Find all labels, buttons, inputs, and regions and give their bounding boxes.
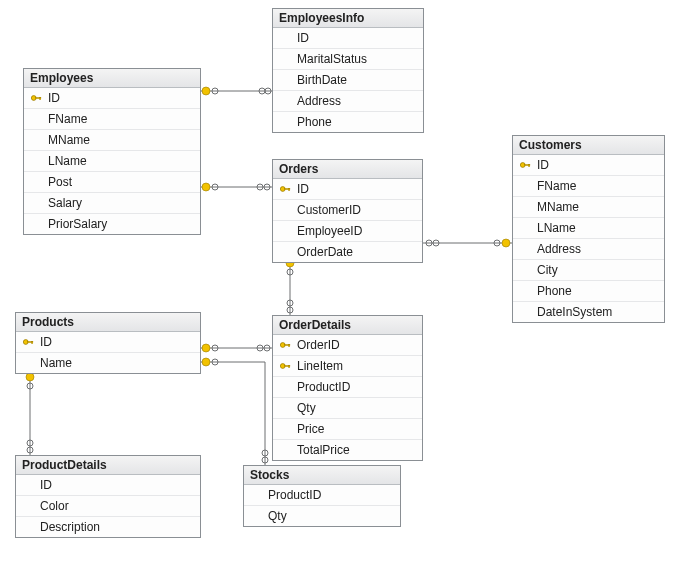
entity-fields: IDName [16, 332, 200, 373]
field-name: Salary [44, 196, 82, 210]
field-name: Description [36, 520, 100, 534]
field-row[interactable]: MName [513, 197, 664, 218]
svg-rect-39 [529, 164, 530, 166]
field-name: PriorSalary [44, 217, 107, 231]
entity-fields: IDCustomerIDEmployeeIDOrderDate [273, 179, 422, 262]
field-row[interactable]: Price [273, 419, 422, 440]
field-row[interactable]: City [513, 260, 664, 281]
key-icon [277, 183, 293, 195]
field-row[interactable]: PriorSalary [24, 214, 200, 234]
entity-customers[interactable]: Customers IDFNameMNameLNameAddressCityPh… [512, 135, 665, 323]
field-row[interactable]: FName [513, 176, 664, 197]
entity-products[interactable]: Products IDName [15, 312, 201, 374]
field-name: Phone [533, 284, 572, 298]
svg-rect-45 [32, 341, 33, 343]
entity-title[interactable]: Employees [24, 69, 200, 88]
svg-rect-48 [289, 344, 290, 346]
field-row[interactable]: BirthDate [273, 70, 423, 91]
rel-orders-orderdetails [286, 258, 294, 315]
field-name: Post [44, 175, 72, 189]
field-name: Color [36, 499, 69, 513]
field-row[interactable]: ProductID [273, 377, 422, 398]
field-row[interactable]: DateInSystem [513, 302, 664, 322]
field-row[interactable]: CustomerID [273, 200, 422, 221]
entity-fields: IDMaritalStatusBirthDateAddressPhone [273, 28, 423, 132]
svg-point-9 [264, 184, 270, 190]
field-row[interactable]: Description [16, 517, 200, 537]
field-row[interactable]: ID [16, 332, 200, 353]
field-row[interactable]: MaritalStatus [273, 49, 423, 70]
entity-title[interactable]: Stocks [244, 466, 400, 485]
field-row[interactable]: LName [513, 218, 664, 239]
entity-orders[interactable]: Orders IDCustomerIDEmployeeIDOrderDate [272, 159, 423, 263]
field-row[interactable]: Address [513, 239, 664, 260]
svg-point-24 [264, 345, 270, 351]
svg-point-14 [494, 240, 500, 246]
field-row[interactable]: ProductID [244, 485, 400, 506]
field-row[interactable]: OrderDate [273, 242, 422, 262]
svg-point-1 [202, 87, 210, 95]
field-row[interactable]: Phone [273, 112, 423, 132]
rel-employees-orders [201, 183, 272, 191]
svg-point-28 [27, 440, 33, 446]
field-row[interactable]: Post [24, 172, 200, 193]
entity-title[interactable]: OrderDetails [273, 316, 422, 335]
field-row[interactable]: TotalPrice [273, 440, 422, 460]
svg-point-13 [502, 239, 510, 247]
field-name: MName [533, 200, 579, 214]
entity-title[interactable]: EmployeesInfo [273, 9, 423, 28]
field-row[interactable]: FName [24, 109, 200, 130]
entity-fields: ProductIDQty [244, 485, 400, 526]
field-row[interactable]: ID [16, 475, 200, 496]
diagram-canvas: Employees IDFNameMNameLNamePostSalaryPri… [0, 0, 691, 562]
svg-point-30 [202, 358, 210, 366]
rel-orders-customers [423, 239, 512, 247]
field-row[interactable]: ID [24, 88, 200, 109]
field-row[interactable]: ID [273, 28, 423, 49]
entity-employees[interactable]: Employees IDFNameMNameLNamePostSalaryPri… [23, 68, 201, 235]
field-name: ProductID [264, 488, 321, 502]
field-row[interactable]: EmployeeID [273, 221, 422, 242]
field-name: City [533, 263, 558, 277]
entity-title[interactable]: Customers [513, 136, 664, 155]
svg-point-32 [262, 450, 268, 456]
field-name: TotalPrice [293, 443, 350, 457]
field-row[interactable]: Color [16, 496, 200, 517]
field-row[interactable]: MName [24, 130, 200, 151]
field-row[interactable]: Qty [273, 398, 422, 419]
svg-rect-36 [40, 97, 41, 99]
entity-title[interactable]: Orders [273, 160, 422, 179]
field-name: ID [293, 182, 309, 196]
field-row[interactable]: ID [513, 155, 664, 176]
svg-point-31 [212, 359, 218, 365]
entity-productdetails[interactable]: ProductDetails IDColorDescription [15, 455, 201, 538]
field-row[interactable]: Salary [24, 193, 200, 214]
field-name: MaritalStatus [293, 52, 367, 66]
field-name: Qty [264, 509, 287, 523]
field-row[interactable]: Address [273, 91, 423, 112]
svg-point-23 [257, 345, 263, 351]
field-name: BirthDate [293, 73, 347, 87]
svg-rect-42 [289, 188, 290, 190]
entity-stocks[interactable]: Stocks ProductIDQty [243, 465, 401, 527]
entity-fields: OrderIDLineItemProductIDQtyPriceTotalPri… [273, 335, 422, 460]
field-row[interactable]: Name [16, 353, 200, 373]
field-row[interactable]: Qty [244, 506, 400, 526]
entity-orderdetails[interactable]: OrderDetails OrderIDLineItemProductIDQty… [272, 315, 423, 461]
field-row[interactable]: LName [24, 151, 200, 172]
field-row[interactable]: LineItem [273, 356, 422, 377]
rel-products-orderdetails [201, 344, 272, 352]
entity-employeesinfo[interactable]: EmployeesInfo IDMaritalStatusBirthDateAd… [272, 8, 424, 133]
entity-title[interactable]: ProductDetails [16, 456, 200, 475]
svg-point-7 [212, 184, 218, 190]
field-row[interactable]: OrderID [273, 335, 422, 356]
field-row[interactable]: ID [273, 179, 422, 200]
field-name: Phone [293, 115, 332, 129]
field-name: ID [533, 158, 549, 172]
key-icon [517, 159, 533, 171]
entity-title[interactable]: Products [16, 313, 200, 332]
field-name: LName [44, 154, 87, 168]
svg-point-3 [259, 88, 265, 94]
field-row[interactable]: Phone [513, 281, 664, 302]
svg-point-27 [27, 383, 33, 389]
